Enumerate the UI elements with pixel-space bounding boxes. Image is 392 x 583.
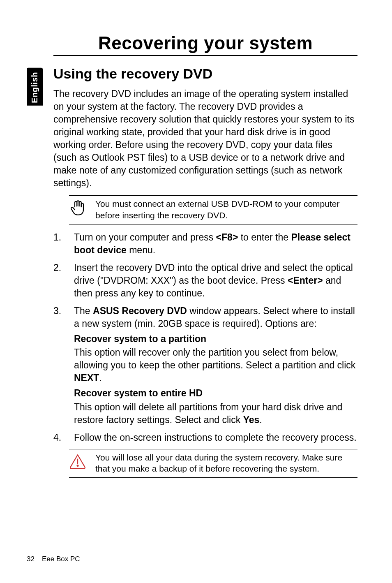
- key-enter: <Enter>: [288, 275, 323, 286]
- text: .: [99, 372, 101, 383]
- product-name: Eee Box PC: [42, 555, 80, 563]
- window-name: ASUS Recovery DVD: [93, 305, 187, 316]
- key-f8: <F8>: [216, 232, 238, 243]
- text: The: [74, 305, 93, 316]
- language-tab: English: [27, 68, 43, 106]
- warning-text: You will lose all your data during the s…: [95, 452, 357, 474]
- button-label-next: NEXT: [74, 372, 99, 383]
- hand-icon: [69, 199, 86, 216]
- warning-block: You will lose all your data during the s…: [69, 449, 357, 478]
- option-1-heading: Recover system to a partition: [74, 333, 357, 345]
- option-2-body: This option will delete all partitions f…: [74, 401, 357, 426]
- page-footer: 32 Eee Box PC: [27, 555, 80, 563]
- option-1-body: This option will recover only the partit…: [74, 346, 357, 384]
- page-title: Recovering your system: [53, 33, 357, 56]
- step-4: Follow the on-screen instructions to com…: [53, 431, 357, 444]
- option-2-heading: Recover system to entire HD: [74, 387, 357, 400]
- note-block: You must connect an external USB DVD-ROM…: [69, 195, 357, 224]
- text: This option will recover only the partit…: [74, 347, 355, 370]
- note-text: You must connect an external USB DVD-ROM…: [95, 198, 357, 221]
- text: This option will delete all partitions f…: [74, 402, 342, 425]
- caution-icon: [69, 453, 86, 470]
- step-2: Insert the recovery DVD into the optical…: [53, 261, 357, 300]
- step-1: Turn on your computer and press <F8> to …: [53, 231, 357, 257]
- text: .: [259, 414, 262, 425]
- intro-paragraph: The recovery DVD includes an image of th…: [53, 88, 357, 190]
- svg-point-1: [77, 465, 78, 466]
- page-content: Recovering your system Using the recover…: [53, 33, 357, 484]
- text: Turn on your computer and press: [74, 232, 216, 243]
- steps-list: Turn on your computer and press <F8> to …: [53, 231, 357, 444]
- text: menu.: [127, 245, 155, 255]
- section-heading: Using the recovery DVD: [53, 66, 357, 82]
- step-3: The ASUS Recovery DVD window appears. Se…: [53, 305, 357, 426]
- page-number: 32: [27, 555, 35, 563]
- text: to enter the: [238, 232, 291, 243]
- button-label-yes: Yes: [243, 414, 260, 425]
